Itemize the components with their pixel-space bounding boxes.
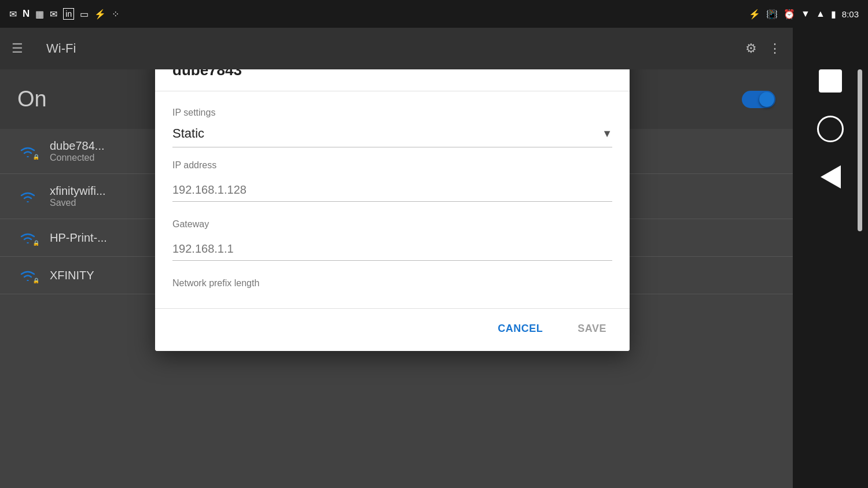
wifi-toggle-label: On [17,87,47,112]
wifi-signal-icon-2 [17,188,38,205]
wifi-toggle-switch[interactable] [742,91,775,108]
alarm-icon: ⏰ [784,9,795,20]
wifi-name-xfinity: xfinitywifi... [50,184,106,198]
wifi-status-icon: ▼ [801,9,810,19]
ip-address-input[interactable] [172,179,612,202]
gateway-label: Gateway [172,219,612,230]
wifi-name-xfinity2: XFINITY [50,269,94,282]
back-nav-button[interactable] [821,165,841,188]
gateway-input[interactable] [172,238,612,261]
wifi-name-hpprint: HP-Print-... [50,231,107,245]
svg-text:🔒: 🔒 [32,239,38,246]
wifi-signal-icon-4: 🔒 [17,267,38,283]
wifi-signal-icon-3: 🔒 [17,230,38,246]
vibrate-icon: 📳 [766,9,778,20]
app-title: Wi-Fi [46,41,734,56]
dots-icon: ⁘ [112,9,119,20]
save-button[interactable]: SAVE [566,317,618,341]
wifi-item-text-xfinity2: XFINITY [50,269,94,282]
bluetooth-icon: ⚡ [749,9,760,20]
wifi-item-text-dube7843: dube784... Connected [50,139,105,163]
status-bar: ✉ N ▦ ✉ in ▭ ⚡ ⁘ ⚡ 📳 ⏰ ▼ ▲ ▮ 8:03 [0,0,868,28]
ip-settings-label: IP settings [172,108,612,118]
right-panel [793,0,868,488]
wifi-item-text-hpprint: HP-Print-... [50,231,107,245]
wifi-status-xfinity: Saved [50,198,106,208]
svg-text:🔒: 🔒 [32,153,38,160]
status-bar-left-icons: ✉ N ▦ ✉ in ▭ ⚡ ⁘ [9,8,119,20]
signal-icon: ▲ [816,9,825,19]
square-nav-button[interactable] [819,69,842,93]
svg-text:🔒: 🔒 [32,277,38,283]
cancel-button[interactable]: CANCEL [486,317,554,341]
wifi-dialog: dube7843 IP settings Static ▼ IP address… [155,45,630,351]
wifi-item-text-xfinity: xfinitywifi... Saved [50,184,106,208]
circle-nav-button[interactable] [817,116,844,142]
mail-icon: ✉ [50,9,57,20]
dialog-body: IP settings Static ▼ IP address Gateway … [155,91,630,308]
wifi-signal-icon: 🔒 [17,143,38,160]
ip-address-label: IP address [172,160,612,171]
dropdown-arrow-icon: ▼ [602,128,612,140]
trello-icon: ▦ [35,9,44,20]
netflix-icon: N [23,8,30,20]
scrollbar[interactable] [858,69,862,231]
ip-settings-dropdown[interactable]: Static ▼ [172,126,612,147]
wifi-status-dube7843: Connected [50,153,105,163]
hamburger-icon[interactable]: ☰ [12,41,23,56]
linkedin-icon: in [63,8,74,20]
settings-icon[interactable]: ⚙ [745,41,757,56]
dialog-footer: CANCEL SAVE [155,308,630,351]
monitor-icon: ▭ [80,9,89,20]
wifi-name-dube7843: dube784... [50,139,105,153]
dropdown-value: Static [172,126,204,141]
lightning-icon: ⚡ [94,9,106,20]
toggle-knob [759,92,774,107]
app-bar-actions: ⚙ ⋮ [745,41,781,56]
network-prefix-label: Network prefix length [172,278,612,289]
app-bar: ☰ Wi-Fi ⚙ ⋮ [0,28,793,69]
more-options-icon[interactable]: ⋮ [768,41,781,56]
status-bar-right-icons: ⚡ 📳 ⏰ ▼ ▲ ▮ 8:03 [749,9,859,20]
gmail-icon: ✉ [9,9,17,20]
status-time: 8:03 [842,9,859,19]
battery-icon: ▮ [831,9,836,20]
